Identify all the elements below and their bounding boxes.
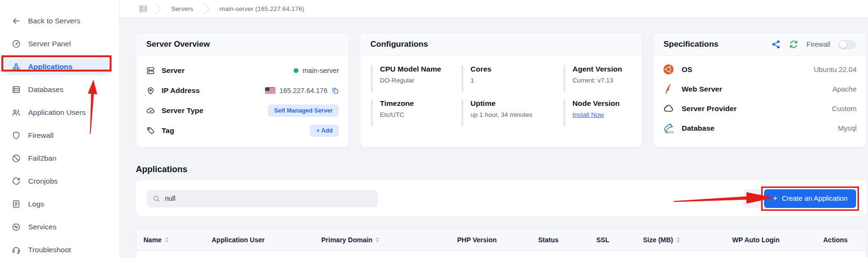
server-overview-title: Server Overview (136, 33, 348, 56)
config-value: 1 (470, 77, 563, 84)
sidebar-item-databases[interactable]: Databases (4, 82, 110, 98)
status-dot (294, 68, 298, 73)
applications-toolbar: + Create an Application (136, 180, 867, 217)
specifications-title: Specifications (664, 40, 718, 49)
annotation-box-create-button: + Create an Application (761, 186, 859, 211)
refresh-icon[interactable] (789, 40, 798, 49)
server-name-value: main-server (302, 67, 339, 74)
config-label: Agent Version (572, 65, 631, 73)
sidebar-item-services[interactable]: Services (4, 219, 110, 235)
sidebar-item-label: Logs (28, 200, 44, 208)
search-icon (153, 195, 160, 203)
copy-icon[interactable] (331, 87, 339, 94)
add-tag-button[interactable]: + Add (310, 124, 339, 137)
shield-icon (11, 131, 21, 140)
firewall-toggle[interactable] (838, 40, 856, 49)
table-body (136, 251, 866, 258)
config-label: CPU Model Name (380, 65, 461, 73)
server-overview-card: Server Overview Server main-server (136, 33, 349, 147)
spec-label: Server Provider (682, 104, 736, 113)
server-stack-icon (146, 66, 155, 75)
config-value: Current: v7.13 (572, 77, 631, 84)
sidebar: Back to Servers Server Panel Application… (0, 0, 120, 258)
cron-refresh-icon (11, 176, 21, 186)
create-application-button[interactable]: + Create an Application (764, 189, 856, 208)
column-header-name[interactable]: Name (143, 236, 212, 244)
specifications-card: Specifications Firewall OS Ubuntu 22. (653, 33, 867, 147)
ip-address-value: 165.227.64.176 (279, 87, 327, 94)
install-now-link[interactable]: Install Now (572, 111, 604, 118)
ban-icon (11, 154, 21, 163)
column-header-primary-domain[interactable]: Primary Domain (321, 236, 457, 244)
sidebar-item-label: Cronjobs (28, 177, 58, 186)
column-header-wp-auto-login: WP Auto Login (732, 236, 823, 244)
breadcrumb-servers[interactable]: Servers (168, 5, 196, 12)
sidebar-item-cronjobs[interactable]: Cronjobs (4, 173, 110, 189)
ubuntu-icon (663, 64, 674, 75)
svg-text:MySQL: MySQL (665, 131, 674, 134)
ip-address-label: IP Address (162, 86, 200, 95)
search-input[interactable] (165, 195, 372, 202)
reload-icon (748, 194, 757, 203)
sidebar-item-label: Troubleshoot (28, 246, 71, 254)
main-area: Servers main-server (165.227.64.176) Ser… (120, 0, 868, 258)
sort-icon[interactable] (676, 237, 680, 243)
search-box[interactable] (147, 190, 378, 207)
spec-row-database: MySQL Database Mysql (663, 118, 857, 138)
reload-applications-button[interactable] (743, 189, 762, 208)
config-value: up 1 hour, 34 minutes (470, 111, 563, 118)
sidebar-item-application-users[interactable]: Application Users (4, 104, 110, 121)
share-icon[interactable] (771, 40, 781, 49)
back-to-servers-link[interactable]: Back to Servers (4, 13, 110, 29)
tag-icon (146, 126, 155, 135)
sidebar-item-server-panel[interactable]: Server Panel (4, 36, 110, 52)
server-type-label: Server Type (162, 106, 204, 115)
applications-icon (11, 62, 21, 72)
tag-label: Tag (162, 126, 174, 135)
column-header-php-version: PHP Version (457, 236, 538, 244)
back-to-servers-label: Back to Servers (28, 17, 80, 25)
sidebar-item-label: Databases (28, 85, 63, 94)
sidebar-item-applications[interactable]: Applications (4, 59, 110, 75)
column-header-application-user: Application User (212, 236, 321, 244)
sidebar-item-firewall[interactable]: Firewall (4, 127, 110, 144)
sidebar-item-label: Services (28, 223, 56, 231)
config-label: Node Version (572, 99, 631, 108)
mysql-icon: MySQL (663, 123, 674, 134)
create-application-label: Create an Application (782, 195, 848, 202)
spec-row-server-provider: Server Provider Custom (663, 99, 857, 118)
config-value: Etc/UTC (380, 111, 461, 118)
config-label: Uptime (470, 99, 563, 108)
sidebar-item-label: Firewall (28, 131, 53, 140)
config-item-cpu: CPU Model Name DO-Regular (371, 65, 461, 92)
server-row: Server main-server (146, 61, 339, 81)
apache-feather-icon (663, 83, 674, 94)
us-flag-icon (265, 87, 276, 94)
sidebar-item-fail2ban[interactable]: Fail2ban (4, 150, 110, 166)
config-item-node-version: Node Version Install Now (563, 99, 631, 126)
heartbeat-icon (11, 222, 21, 232)
sidebar-item-logs[interactable]: Logs (4, 196, 110, 212)
sidebar-item-troubleshoot[interactable]: Troubleshoot (4, 242, 110, 258)
database-icon (11, 85, 21, 94)
back-arrow-icon (11, 16, 21, 26)
column-header-size[interactable]: Size (MB) (643, 236, 732, 244)
spec-value: Ubuntu 22.04 (814, 65, 857, 73)
server-type-badge: Self Managed Server (268, 104, 339, 117)
plus-icon: + (773, 194, 777, 203)
spec-value: Apache (832, 85, 857, 93)
cloud-check-icon (146, 106, 155, 115)
configurations-title: Configurations (360, 33, 642, 56)
sidebar-item-label: Applications (28, 62, 72, 71)
tag-row: Tag + Add (146, 121, 339, 141)
config-item-timezone: Timezone Etc/UTC (371, 99, 461, 126)
breadcrumb: Servers main-server (165.227.64.176) (120, 0, 868, 18)
sort-icon[interactable] (376, 237, 379, 243)
server-list-icon[interactable] (139, 4, 148, 13)
spec-value: Mysql (838, 124, 857, 132)
chevron-separator-icon (203, 2, 210, 15)
chevron-separator-icon (154, 2, 162, 15)
sort-icon[interactable] (165, 237, 169, 243)
configurations-card: Configurations CPU Model Name DO-Regular… (360, 33, 642, 147)
applications-table: Name Application User Primary Domain PHP… (136, 228, 867, 258)
